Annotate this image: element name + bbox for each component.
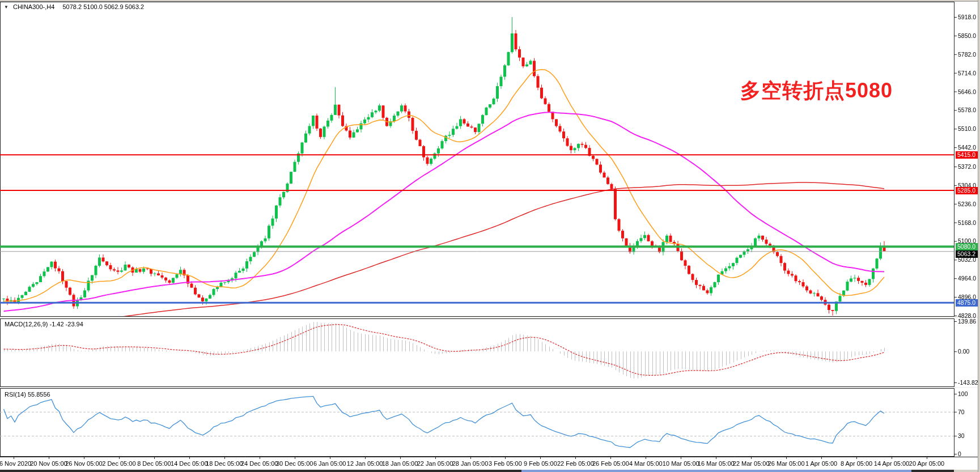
symbol-timeframe-label: CHINA300-,H4: [13, 3, 54, 10]
macd-indicator-label: MACD(12,26,9) -1.42 -23.94: [5, 321, 83, 328]
price-tick-label: 5578.0: [958, 107, 976, 113]
time-axis-label: 8 Apr 05:00: [841, 460, 872, 467]
time-axis-label: 26 Mar 05:00: [768, 460, 805, 467]
time-axis-label: 9 Feb 05:00: [524, 460, 557, 467]
scrollbar-thumb[interactable]: [521, 470, 911, 472]
time-axis-label: 26 Nov 05:00: [65, 460, 102, 467]
rsi-tick-label: 0: [958, 450, 961, 457]
price-tick-label: 5850.0: [958, 32, 976, 39]
price-tick-label: 5168.0: [958, 219, 976, 226]
rsi-indicator-label: RSI(14) 55.8556: [5, 391, 50, 398]
time-axis-label: 18 Jan 05:00: [382, 460, 418, 467]
time-axis-label: 22 Feb 05:00: [557, 460, 594, 467]
time-axis-label: 20 Apr 05:00: [909, 460, 944, 467]
time-axis-label: 16 Nov 2020: [0, 460, 31, 467]
ohlc-quote-label: 5078.2 5100.0 5062.9 5063.2: [62, 3, 144, 10]
rsi-tick-label: 70: [958, 409, 965, 415]
collapse-triangle-icon[interactable]: ▼: [4, 5, 9, 10]
scrollbar-corner: [954, 470, 980, 472]
time-axis-label: 14 Apr 05:00: [874, 460, 909, 467]
window-right-edge: [978, 0, 980, 472]
time-axis-label: 18 Dec 05:00: [206, 460, 243, 467]
time-axis-label: 26 Feb 05:00: [592, 460, 629, 467]
time-axis-label: 2 Dec 05:00: [102, 460, 135, 467]
time-axis-label: 24 Dec 05:00: [241, 460, 278, 467]
level-price-badge: 4875.0: [956, 299, 978, 307]
chart-annotation-text: 多空转折点5080: [740, 77, 893, 105]
rsi-tick-label: 100: [958, 390, 968, 397]
level-price-badge: 5080.0: [956, 243, 978, 250]
horizontal-scrollbar[interactable]: [0, 470, 954, 472]
window-top-edge: [0, 0, 980, 2]
time-axis-label: 6 Jan 05:00: [313, 460, 346, 467]
time-axis-label: 28 Jan 05:00: [452, 460, 489, 467]
time-axis-label: 12 Jan 05:00: [347, 460, 383, 467]
price-tick-label: 5714.0: [958, 70, 976, 76]
time-axis-label: 30 Dec 05:00: [276, 460, 313, 467]
price-tick-label: 5646.0: [958, 88, 976, 95]
time-axis-label: 16 Mar 05:00: [698, 460, 735, 467]
time-axis-label: 22 Mar 05:00: [733, 460, 770, 467]
chart-title: ▼ CHINA300-,H4 5078.2 5100.0 5062.9 5063…: [4, 3, 144, 10]
current-price-badge: 5063.2: [956, 250, 978, 258]
time-axis-label: 22 Jan 05:00: [417, 460, 453, 467]
time-axis-label: 10 Mar 05:00: [663, 460, 699, 467]
price-tick-label: 5918.0: [958, 14, 976, 20]
price-tick-label: 5372.0: [958, 163, 976, 170]
price-chart-canvas[interactable]: [0, 0, 980, 472]
time-axis-label: 8 Dec 05:00: [137, 460, 171, 467]
price-tick-label: 5236.0: [958, 201, 976, 207]
price-tick-label: 5442.0: [958, 144, 976, 151]
price-tick-label: 5782.0: [958, 51, 976, 58]
level-price-badge: 5285.0: [956, 187, 978, 194]
time-axis-label: 1 Apr 05:00: [805, 460, 837, 467]
time-axis-label: 14 Dec 05:00: [171, 460, 207, 467]
macd-tick-label: -143.82: [958, 379, 978, 386]
time-axis-label: 20 Nov 05:00: [30, 460, 67, 467]
price-tick-label: 5510.0: [958, 125, 976, 132]
rsi-tick-label: 30: [958, 432, 965, 439]
macd-tick-label: 0.00: [958, 348, 969, 355]
macd-tick-label: 139.86: [958, 318, 976, 325]
time-axis-label: 4 Mar 05:00: [629, 460, 663, 467]
time-axis-label: 3 Feb 05:00: [489, 460, 522, 467]
price-tick-label: 4964.0: [958, 275, 976, 282]
level-price-badge: 5415.0: [956, 151, 978, 159]
